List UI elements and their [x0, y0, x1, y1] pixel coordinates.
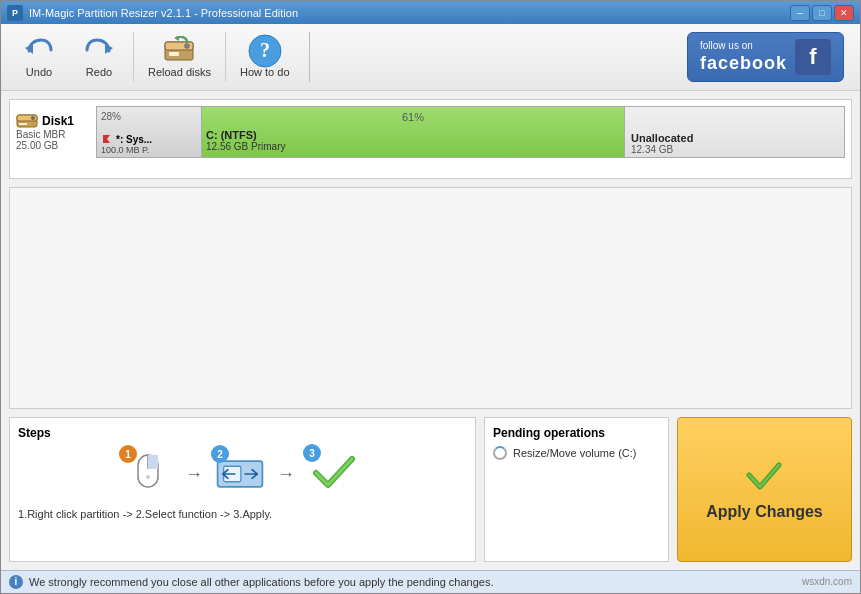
- disk-name: Disk1: [16, 113, 74, 129]
- c-partition[interactable]: 61% C: (NTFS) 12.56 GB Primary: [202, 107, 625, 157]
- apply-check-icon: [745, 457, 785, 497]
- sys-partition-details: *: Sys... 100.0 MB P.: [101, 133, 197, 155]
- howto-icon: ?: [247, 36, 283, 66]
- pending-title: Pending operations: [493, 426, 660, 440]
- c-name: C: (NTFS): [206, 129, 620, 141]
- facebook-name: facebook: [700, 52, 787, 75]
- step-1: 1: [123, 449, 173, 499]
- undo-label: Undo: [26, 66, 52, 78]
- facebook-logo: f: [795, 39, 831, 75]
- pending-item-label: Resize/Move volume (C:): [513, 447, 636, 459]
- partition-bar: 28% *: Sys... 100.0 MB P. 61% C: [96, 106, 845, 158]
- redo-label: Redo: [86, 66, 112, 78]
- c-detail: 12.56 GB Primary: [206, 141, 620, 152]
- disk-area: Disk1 Basic MBR 25.00 GB 28% *: Sys...: [9, 99, 852, 179]
- unalloc-detail: 12.34 GB: [631, 144, 838, 155]
- redo-button[interactable]: Redo: [69, 28, 129, 86]
- maximize-button[interactable]: □: [812, 5, 832, 21]
- disk-info: Disk1 Basic MBR 25.00 GB: [16, 113, 96, 151]
- credit: wsxdn.com: [802, 576, 852, 587]
- svg-text:?: ?: [260, 39, 270, 61]
- app-icon: P: [7, 5, 23, 21]
- reload-label: Reload disks: [148, 66, 211, 78]
- info-icon: i: [9, 575, 23, 589]
- step-1-icon: 1: [123, 449, 173, 499]
- window-title: IM-Magic Partition Resizer v2.1.1 - Prof…: [29, 7, 790, 19]
- steps-panel: Steps 1 →: [9, 417, 476, 562]
- apply-changes-button[interactable]: Apply Changes: [677, 417, 852, 562]
- svg-point-11: [31, 116, 35, 120]
- toolbar-divider-1: [133, 32, 134, 82]
- disk-row: Disk1 Basic MBR 25.00 GB 28% *: Sys...: [16, 106, 845, 158]
- disk-size: 25.00 GB: [16, 140, 58, 151]
- svg-rect-5: [169, 52, 179, 56]
- c-pct: 61%: [402, 111, 424, 123]
- apply-label: Apply Changes: [706, 503, 822, 521]
- close-button[interactable]: ✕: [834, 5, 854, 21]
- system-partition[interactable]: 28% *: Sys... 100.0 MB P.: [97, 107, 202, 157]
- undo-button[interactable]: Undo: [9, 28, 69, 86]
- pending-panel: Pending operations Resize/Move volume (C…: [484, 417, 669, 562]
- toolbar-divider-2: [225, 32, 226, 82]
- arrow-1: →: [185, 464, 203, 485]
- svg-point-17: [146, 475, 150, 479]
- reload-button[interactable]: Reload disks: [138, 28, 221, 86]
- minimize-button[interactable]: ─: [790, 5, 810, 21]
- step-3: 3: [307, 448, 362, 500]
- howto-expand[interactable]: [302, 32, 310, 82]
- howto-label: How to do: [240, 66, 290, 78]
- steps-title: Steps: [18, 426, 467, 440]
- sys-detail: 100.0 MB P.: [101, 145, 197, 155]
- status-message: We strongly recommend you close all othe…: [29, 576, 494, 588]
- main-content-area: [9, 187, 852, 409]
- bottom-area: Steps 1 →: [9, 417, 852, 562]
- status-bar: i We strongly recommend you close all ot…: [1, 570, 860, 593]
- step-1-num: 1: [119, 445, 137, 463]
- pending-item-1: Resize/Move volume (C:): [493, 446, 660, 460]
- toolbar: Undo Redo Reload disks: [1, 24, 860, 91]
- steps-text: 1.Right click partition -> 2.Select func…: [18, 508, 467, 520]
- svg-rect-16: [148, 455, 158, 469]
- arrow-2: →: [277, 464, 295, 485]
- svg-marker-13: [103, 135, 110, 143]
- unalloc-name: Unallocated: [631, 132, 838, 144]
- title-bar: P IM-Magic Partition Resizer v2.1.1 - Pr…: [1, 1, 860, 24]
- reload-icon: [161, 36, 197, 66]
- step-3-icon: 3: [307, 448, 362, 500]
- disk-type: Basic MBR: [16, 129, 65, 140]
- step-3-num: 3: [303, 444, 321, 462]
- sys-name: *: Sys...: [116, 134, 152, 145]
- window-controls: ─ □ ✕: [790, 5, 854, 21]
- facebook-banner[interactable]: follow us on facebook f: [687, 32, 844, 82]
- redo-icon: [81, 36, 117, 66]
- facebook-text: follow us on facebook: [700, 39, 787, 75]
- step-2-num: 2: [211, 445, 229, 463]
- undo-icon: [21, 36, 57, 66]
- svg-point-4: [185, 44, 190, 49]
- howto-button[interactable]: ? How to do: [230, 28, 300, 86]
- disk-icon: [16, 113, 38, 129]
- svg-marker-6: [174, 36, 179, 41]
- svg-rect-12: [19, 123, 27, 125]
- step-2: 2: [215, 449, 265, 499]
- unallocated-partition[interactable]: Unallocated 12.34 GB: [625, 107, 844, 157]
- steps-visual: 1 → 2: [18, 448, 467, 500]
- step-2-icon: 2: [215, 449, 265, 499]
- pending-spinner: [493, 446, 507, 460]
- sys-pct: 28%: [101, 111, 121, 122]
- sys-flag-icon: [101, 133, 113, 145]
- follow-text: follow us on: [700, 39, 787, 52]
